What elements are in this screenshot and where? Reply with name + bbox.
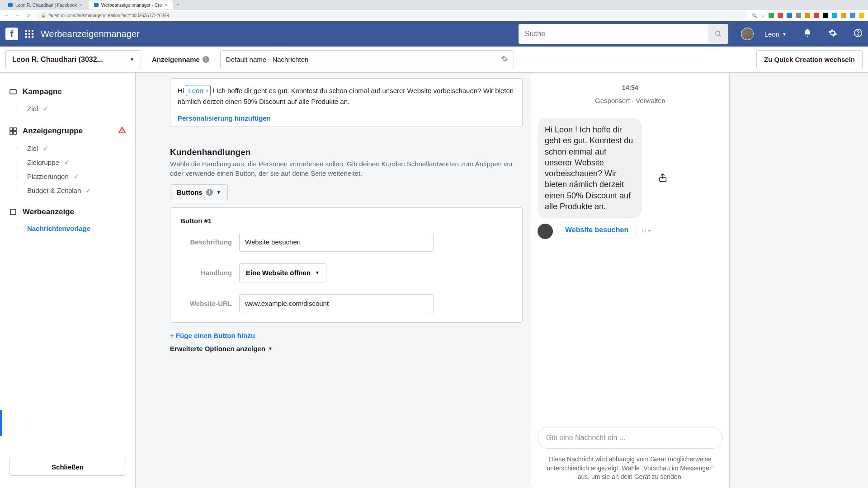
ext-icon[interactable]	[841, 13, 846, 18]
search-input[interactable]	[519, 24, 708, 44]
buttons-label: Buttons	[177, 188, 203, 196]
quick-creation-label: Zu Quick Creation wechseln	[764, 56, 855, 63]
sidebar-item-zielgruppe[interactable]: ├ Zielgruppe ✓	[14, 155, 135, 169]
add-button-link[interactable]: + Füge einen Button hinzu	[170, 332, 523, 339]
help-icon[interactable]	[854, 28, 863, 39]
tab-title: Werbeanzeigenmanager - Cre	[101, 3, 162, 8]
quick-creation-button[interactable]: Zu Quick Creation wechseln	[756, 50, 863, 69]
ext-icon[interactable]	[769, 13, 774, 18]
facebook-logo[interactable]: f	[5, 28, 18, 40]
ext-icon[interactable]	[859, 13, 864, 18]
svg-rect-7	[28, 36, 30, 38]
ad-name-value: Default name - Nachrichten	[226, 56, 309, 63]
token-remove-icon[interactable]: ×	[205, 86, 209, 95]
ext-icon[interactable]	[832, 13, 837, 18]
info-icon[interactable]: i	[203, 56, 209, 63]
svg-rect-14	[10, 128, 13, 131]
main-layout: Kampagne └ Ziel ✓ Anzeigengruppe ├ Ziel …	[0, 73, 868, 488]
tab-close-icon[interactable]: ×	[80, 3, 82, 8]
svg-point-9	[716, 31, 720, 35]
caption-input[interactable]: Website besuchen	[239, 233, 434, 252]
forward-button[interactable]: →	[14, 12, 21, 19]
sidebar-section-adset[interactable]: Anzeigengruppe	[0, 126, 135, 141]
reload-button[interactable]: ⟳	[25, 12, 32, 19]
sidebar-section-ad[interactable]: Werbeanzeige	[0, 207, 135, 222]
buttons-dropdown[interactable]: Buttons i ▼	[170, 184, 228, 200]
ext-icon[interactable]	[823, 13, 828, 18]
favicon	[8, 3, 13, 7]
input-placeholder: Gib eine Nachricht ein ...	[546, 434, 625, 442]
section-label: Anzeigengruppe	[23, 127, 83, 136]
url-input[interactable]: www.example.com/discount	[239, 294, 434, 313]
svg-rect-1	[28, 30, 30, 32]
sidebar-item-nachrichtenvorlage[interactable]: └ Nachrichtenvorlage	[14, 222, 135, 235]
search-button[interactable]	[708, 24, 728, 44]
tab-close-icon[interactable]: ×	[165, 3, 167, 8]
svg-rect-5	[32, 33, 33, 35]
new-tab-button[interactable]: +	[174, 2, 182, 8]
preview-message-input[interactable]: Gib eine Nachricht ein ...	[538, 427, 723, 449]
caption-label: Beschriftung	[180, 238, 239, 246]
tree-line: └	[14, 187, 23, 194]
ext-icon[interactable]	[796, 13, 801, 18]
ext-icon[interactable]	[850, 13, 855, 18]
user-menu[interactable]: Leon ▼	[764, 30, 787, 38]
preview-meta: Gesponsert · Verwalten	[538, 97, 723, 104]
token-label: Leon	[188, 85, 203, 96]
browser-tab-1[interactable]: Leon R. Chaudhari | Facebook ×	[3, 0, 88, 9]
apps-grid-icon[interactable]	[25, 30, 33, 38]
share-icon[interactable]	[658, 173, 668, 184]
extension-icons: 🔍 ☆	[752, 13, 864, 18]
sidebar-item-platzierungen[interactable]: ├ Platzierungen ✓	[14, 169, 135, 183]
url-label: Website-URL	[180, 300, 239, 307]
message-text[interactable]: Hi Leon × ! Ich hoffe dir geht es gut. K…	[178, 85, 515, 107]
info-icon[interactable]: i	[206, 189, 213, 196]
sidebar-section-campaign[interactable]: Kampagne	[0, 87, 135, 102]
url-value: www.example.com/discount	[245, 300, 329, 307]
ext-icon[interactable]	[805, 13, 810, 18]
account-dropdown[interactable]: Leon R. Chaudhari (3032... ▼	[5, 50, 141, 69]
main-content: Hi Leon × ! Ich hoffe dir geht es gut. K…	[136, 73, 868, 488]
caret-down-icon: ▼	[782, 32, 787, 37]
svg-rect-15	[14, 128, 16, 131]
notifications-icon[interactable]	[803, 28, 812, 39]
browser-tab-2[interactable]: Werbeanzeigenmanager - Cre ×	[89, 0, 173, 9]
address-field[interactable]: 🔒 facebook.com/adsmanager/creation?act=3…	[36, 11, 747, 19]
tab-title: Leon R. Chaudhari | Facebook	[15, 3, 77, 8]
visit-website-button[interactable]: Website besuchen	[557, 221, 637, 239]
app-title: Werbeanzeigenmanager	[41, 29, 140, 39]
url-text: facebook.com/adsmanager/creation?act=303…	[48, 13, 169, 18]
zoom-icon[interactable]: 🔍	[752, 13, 757, 18]
sidebar-item-ziel[interactable]: └ Ziel ✓	[14, 102, 135, 116]
lock-icon: 🔒	[41, 13, 46, 18]
sidebar-item-ziel-2[interactable]: ├ Ziel ✓	[14, 141, 135, 155]
caret-down-icon: ▼	[217, 190, 221, 195]
add-reaction-icon[interactable]: ☺+	[641, 226, 651, 234]
campaign-icon	[9, 88, 17, 96]
ext-icon[interactable]	[787, 13, 792, 18]
star-icon[interactable]: ☆	[761, 13, 765, 18]
close-button[interactable]: Schließen	[9, 458, 126, 476]
back-button[interactable]: ←	[4, 12, 10, 19]
action-value: Eine Website öffnen	[246, 269, 311, 277]
gear-icon[interactable]	[501, 55, 508, 64]
section-label: Kampagne	[23, 87, 62, 96]
user-avatar[interactable]	[741, 28, 754, 40]
button-1-title: Button #1	[180, 217, 512, 225]
add-personalization-link[interactable]: Personalisierung hinzufügen	[178, 114, 515, 122]
tree-line: ├	[14, 145, 23, 152]
personalization-token[interactable]: Leon ×	[186, 85, 211, 96]
sub-header: Leon R. Chaudhari (3032... ▼ Anzeigennam…	[0, 47, 868, 73]
action-dropdown[interactable]: Eine Website öffnen ▼	[239, 263, 326, 282]
divider	[170, 138, 523, 138]
settings-icon[interactable]	[828, 28, 837, 39]
ext-icon[interactable]	[814, 13, 819, 18]
ext-icon[interactable]	[778, 13, 783, 18]
item-label: Ziel	[27, 105, 38, 113]
sidebar-item-budget[interactable]: └ Budget & Zeitplan ✓	[14, 183, 135, 197]
sender-avatar	[538, 224, 553, 239]
advanced-options-link[interactable]: Erweiterte Optionen anzeigen ▼	[170, 345, 523, 352]
tree-line: └	[14, 105, 23, 113]
ad-name-input[interactable]: Default name - Nachrichten	[220, 50, 514, 69]
svg-rect-18	[10, 209, 16, 215]
